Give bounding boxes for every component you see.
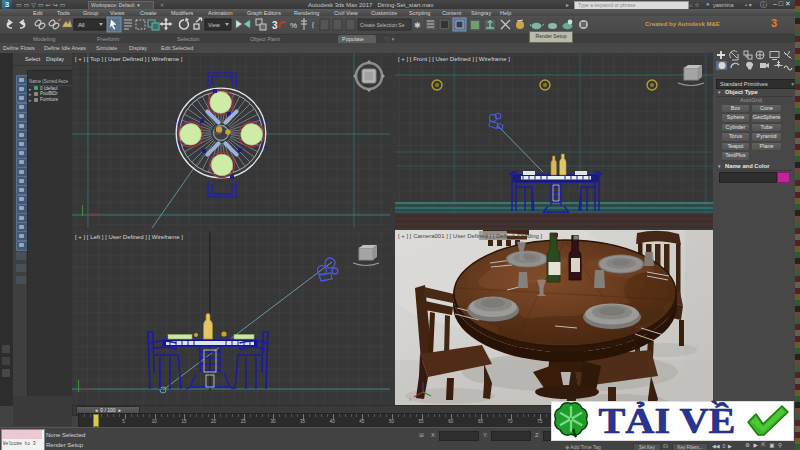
svg-text:{: {	[311, 21, 315, 30]
svg-text:View: View	[208, 22, 220, 28]
svg-text:3: 3	[272, 20, 278, 31]
svg-text:Create Selection Se: Create Selection Se	[360, 22, 405, 28]
svg-text:[ + ] [ Top ] [ User Defined ]: [ + ] [ Top ] [ User Defined ] [ Wirefra…	[75, 56, 183, 62]
svg-text:[ + ] [ Left ] [ User Defined: [ + ] [ Left ] [ User Defined ] [ Wirefr…	[75, 234, 183, 240]
svg-text:All: All	[78, 22, 85, 28]
svg-text:[ + ] [ Front ] [ User Defined: [ + ] [ Front ] [ User Defined ] [ Wiref…	[398, 56, 510, 62]
svg-text:✱: ✱	[414, 21, 421, 30]
svg-text:%: %	[290, 21, 297, 30]
svg-text:[ + ] [ Camera001 ] [ User Def: [ + ] [ Camera001 ] [ User Defined ] [ D…	[398, 233, 543, 239]
